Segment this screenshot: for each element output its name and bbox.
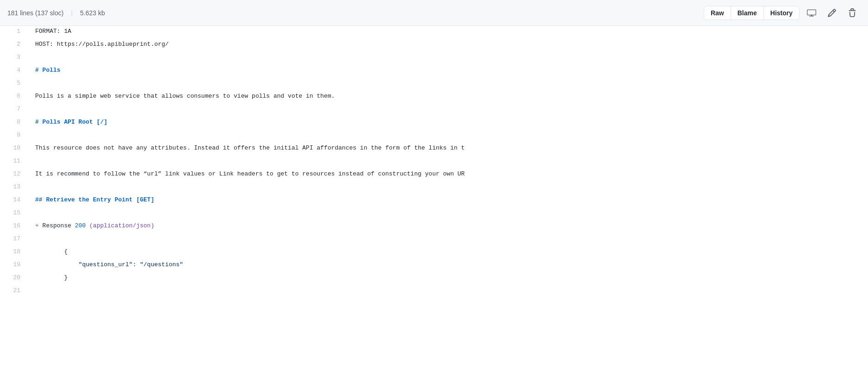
line-code (28, 285, 868, 298)
line-code (28, 130, 868, 143)
line-number: 7 (0, 104, 28, 117)
view-buttons: Raw Blame History (704, 6, 800, 20)
table-row: 13 (0, 181, 868, 194)
line-number: 20 (0, 272, 28, 285)
line-code: HOST: https://polls.apiblueprint.org/ (28, 39, 868, 52)
line-number: 14 (0, 194, 28, 207)
line-code (28, 78, 868, 91)
line-number: 16 (0, 220, 28, 233)
table-row: 7 (0, 104, 868, 117)
table-row: 10This resource does not have any attrib… (0, 143, 868, 156)
table-row: 21 (0, 285, 868, 298)
line-number: 12 (0, 169, 28, 181)
file-header: 181 lines (137 sloc) | 5.623 kb Raw Blam… (0, 0, 868, 26)
table-row: 19 "questions_url": "/questions" (0, 259, 868, 272)
delete-button[interactable] (844, 6, 861, 20)
line-code (28, 233, 868, 246)
code-table: 1FORMAT: 1A2HOST: https://polls.apibluep… (0, 26, 868, 298)
lines-count: 181 lines (137 sloc) (7, 9, 63, 17)
table-row: 14## Retrieve the Entry Point [GET] (0, 194, 868, 207)
line-code: FORMAT: 1A (28, 26, 868, 39)
table-row: 9 (0, 130, 868, 143)
line-code (28, 181, 868, 194)
line-number: 6 (0, 91, 28, 104)
table-row: 12It is recommend to follow the “url” li… (0, 169, 868, 181)
line-code (28, 207, 868, 220)
table-row: 2HOST: https://polls.apiblueprint.org/ (0, 39, 868, 52)
table-row: 1FORMAT: 1A (0, 26, 868, 39)
code-container: 1FORMAT: 1A2HOST: https://polls.apibluep… (0, 26, 868, 298)
history-button[interactable]: History (764, 6, 799, 19)
line-number: 8 (0, 117, 28, 130)
line-number: 10 (0, 143, 28, 156)
edit-button[interactable] (824, 6, 840, 20)
line-number: 3 (0, 52, 28, 65)
blame-button[interactable]: Blame (731, 6, 764, 19)
display-icon-button[interactable] (803, 6, 820, 20)
table-row: 8# Polls API Root [/] (0, 117, 868, 130)
table-row: 17 (0, 233, 868, 246)
line-code (28, 104, 868, 117)
table-row: 3 (0, 52, 868, 65)
table-row: 5 (0, 78, 868, 91)
line-code: It is recommend to follow the “url” link… (28, 169, 868, 181)
monitor-icon (807, 8, 816, 18)
trash-icon (848, 8, 857, 18)
table-row: 6Polls is a simple web service that allo… (0, 91, 868, 104)
table-row: 15 (0, 207, 868, 220)
line-code: This resource does not have any attribut… (28, 143, 868, 156)
file-size: 5.623 kb (80, 9, 105, 17)
line-number: 18 (0, 246, 28, 259)
line-code: + Response 200 (application/json) (28, 220, 868, 233)
table-row: 11 (0, 156, 868, 169)
line-number: 13 (0, 181, 28, 194)
line-number: 21 (0, 285, 28, 298)
line-code: Polls is a simple web service that allow… (28, 91, 868, 104)
table-row: 16+ Response 200 (application/json) (0, 220, 868, 233)
line-code: } (28, 272, 868, 285)
line-code (28, 156, 868, 169)
line-code: # Polls (28, 65, 868, 78)
line-number: 2 (0, 39, 28, 52)
table-row: 18 { (0, 246, 868, 259)
line-code: { (28, 246, 868, 259)
raw-button[interactable]: Raw (704, 6, 731, 19)
file-actions: Raw Blame History (704, 6, 861, 20)
separator: | (71, 9, 73, 17)
line-number: 5 (0, 78, 28, 91)
table-row: 4# Polls (0, 65, 868, 78)
line-number: 15 (0, 207, 28, 220)
line-number: 4 (0, 65, 28, 78)
line-number: 9 (0, 130, 28, 143)
line-code: ## Retrieve the Entry Point [GET] (28, 194, 868, 207)
line-code: # Polls API Root [/] (28, 117, 868, 130)
line-code (28, 52, 868, 65)
line-number: 1 (0, 26, 28, 39)
pencil-icon (827, 8, 837, 18)
line-number: 17 (0, 233, 28, 246)
line-number: 11 (0, 156, 28, 169)
file-meta: 181 lines (137 sloc) | 5.623 kb (7, 9, 105, 17)
line-number: 19 (0, 259, 28, 272)
line-code: "questions_url": "/questions" (28, 259, 868, 272)
table-row: 20 } (0, 272, 868, 285)
